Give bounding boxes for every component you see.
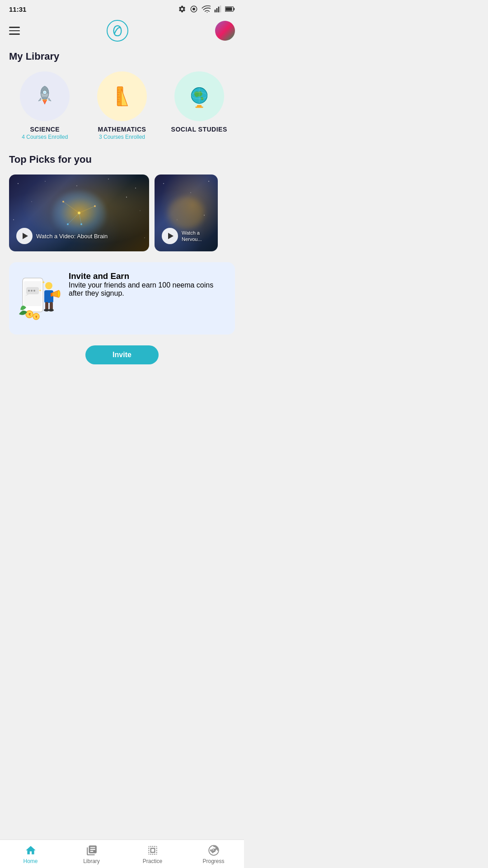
video-card-nervous[interactable]: Watch aNervou... <box>155 175 218 251</box>
svg-rect-5 <box>218 7 220 13</box>
svg-rect-4 <box>216 8 218 12</box>
svg-point-47 <box>94 205 96 207</box>
video-label-brain: Watch a Video: About Brain <box>36 233 108 240</box>
svg-point-46 <box>62 201 64 203</box>
status-bar: 11:31 <box>0 0 244 16</box>
svg-point-71 <box>48 309 54 311</box>
svg-point-35 <box>135 188 136 189</box>
invite-text-area: Invite and Earn Invite your friends and … <box>69 271 226 297</box>
math-enrolled: 3 Courses Enrolled <box>99 134 145 140</box>
svg-point-57 <box>168 197 204 229</box>
user-avatar[interactable] <box>215 21 235 41</box>
svg-line-43 <box>79 206 95 213</box>
svg-rect-8 <box>234 8 235 10</box>
svg-point-2 <box>206 12 207 13</box>
science-enrolled: 4 Courses Enrolled <box>22 134 68 140</box>
svg-point-36 <box>31 201 32 202</box>
svg-rect-6 <box>220 5 221 12</box>
main-content: My Library <box>0 51 244 364</box>
svg-line-44 <box>79 213 81 224</box>
social-label: SOCIAL STUDIES <box>171 126 227 133</box>
settings-icon <box>178 5 186 13</box>
top-picks-title: Top Picks for you <box>9 154 235 165</box>
math-icon-circle <box>97 71 147 121</box>
svg-point-13 <box>44 91 46 94</box>
library-grid: SCIENCE 4 Courses Enrolled <box>9 71 235 140</box>
svg-point-39 <box>13 219 14 220</box>
play-button-brain[interactable]: Watch a Video: About Brain <box>16 228 108 244</box>
math-ruler-icon <box>106 80 138 112</box>
play-button-nervous[interactable]: Watch aNervou... <box>162 228 202 244</box>
svg-rect-9 <box>225 7 232 11</box>
social-icon-circle <box>174 71 224 121</box>
hamburger-menu[interactable] <box>9 27 20 35</box>
invite-illustration: ₹ ₹ ✦ ✦ <box>18 271 63 326</box>
svg-line-42 <box>63 202 79 213</box>
battery-icon <box>225 6 235 12</box>
svg-point-31 <box>18 183 19 184</box>
svg-point-61 <box>28 290 30 292</box>
invite-card: ₹ ₹ ✦ ✦ Invite and Earn Invite your frie… <box>9 262 235 335</box>
video-label-nervous: Watch aNervou... <box>182 230 202 243</box>
play-circle <box>16 228 33 244</box>
status-time: 11:31 <box>9 5 26 13</box>
svg-point-40 <box>144 237 145 238</box>
svg-point-62 <box>31 290 33 292</box>
svg-point-52 <box>190 192 191 193</box>
top-picks-row: Watch a Video: About Brain <box>9 175 235 251</box>
science-icon-circle <box>20 71 70 121</box>
svg-text:✦: ✦ <box>42 280 45 285</box>
wifi-icon <box>202 5 211 13</box>
svg-point-64 <box>45 282 52 289</box>
logo-icon <box>111 24 124 37</box>
video-card-brain[interactable]: Watch a Video: About Brain <box>9 175 149 251</box>
library-section-title: My Library <box>9 51 235 62</box>
play-triangle-2 <box>168 233 174 239</box>
invite-button-area: Invite <box>9 345 235 364</box>
svg-point-49 <box>67 223 69 225</box>
play-circle-2 <box>162 228 178 244</box>
subject-card-science[interactable]: SCIENCE 4 Courses Enrolled <box>9 71 81 140</box>
svg-rect-66 <box>51 293 52 297</box>
invite-description: Invite your friends and earn 100 neema c… <box>69 281 226 297</box>
svg-rect-27 <box>195 107 203 108</box>
svg-point-67 <box>57 290 60 297</box>
svg-point-63 <box>33 290 35 292</box>
invite-button[interactable]: Invite <box>85 345 159 364</box>
svg-point-51 <box>163 183 164 184</box>
svg-point-38 <box>140 210 141 211</box>
svg-point-1 <box>192 8 195 10</box>
svg-point-32 <box>45 181 46 182</box>
invite-title: Invite and Earn <box>69 271 226 281</box>
svg-point-33 <box>76 185 77 186</box>
signal-icon <box>214 5 221 13</box>
app-logo[interactable] <box>107 20 128 42</box>
svg-point-48 <box>80 223 82 225</box>
svg-point-37 <box>126 197 127 198</box>
record-icon <box>190 5 198 13</box>
globe-icon <box>183 80 215 112</box>
svg-point-50 <box>78 212 80 214</box>
svg-text:✦: ✦ <box>39 289 42 292</box>
rocket-icon <box>29 80 61 112</box>
science-label: SCIENCE <box>30 126 60 133</box>
invite-svg-illustration: ₹ ₹ ✦ ✦ <box>18 271 63 326</box>
status-icons <box>178 5 235 13</box>
svg-point-34 <box>108 179 109 179</box>
svg-point-53 <box>208 181 209 182</box>
top-nav <box>0 16 244 47</box>
play-triangle <box>23 233 28 239</box>
subject-card-social-studies[interactable]: SOCIAL STUDIES <box>163 71 235 140</box>
svg-line-45 <box>68 213 79 224</box>
svg-rect-3 <box>215 9 216 12</box>
math-label: MATHEMATICS <box>98 126 146 133</box>
subject-card-mathematics[interactable]: MATHEMATICS 3 Courses Enrolled <box>86 71 158 140</box>
